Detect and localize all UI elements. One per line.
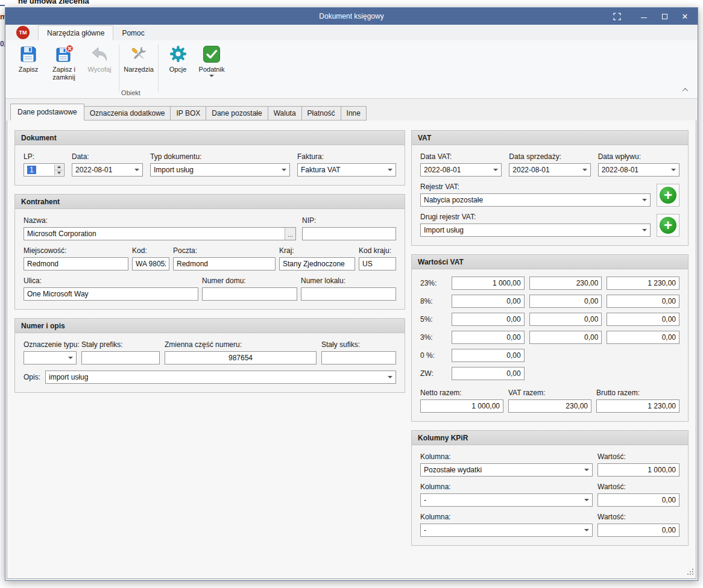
group-dokument-header: Dokument [15, 131, 405, 145]
kolumna-label: Kolumna: [420, 452, 593, 461]
resize-grip[interactable] [686, 569, 693, 576]
fit-window-icon[interactable] [608, 8, 625, 25]
netto-0-input[interactable]: 0,00 [452, 349, 525, 362]
field-zmienna-czesc-numeru: Zmienna część numeru: 987654 [165, 340, 317, 364]
data-sprzedazy-label: Data sprzedaży: [509, 152, 590, 161]
brutto-3-input[interactable]: 0,00 [607, 331, 679, 344]
vat-23-input[interactable]: 230,00 [529, 277, 602, 290]
browse-button[interactable]: ... [285, 228, 295, 240]
numer-lokalu-input[interactable] [301, 287, 396, 301]
brutto-5-input[interactable]: 0,00 [607, 313, 679, 326]
save-and-close-button[interactable]: Zapisz i zamknij [45, 43, 83, 83]
tools-icon [129, 45, 148, 64]
save-button[interactable]: Zapisz [11, 43, 45, 75]
kolumna-label: Kolumna: [420, 483, 593, 491]
netto-23-input[interactable]: 1 000,00 [452, 277, 525, 290]
field-data: Data: 2022-08-01 [72, 152, 143, 177]
numer-domu-input[interactable] [202, 287, 297, 301]
vat-rate-row: 23%: 1 000,00 230,00 1 230,00 [420, 277, 679, 290]
vat-rate-row: 3%: 0,00 0,00 0,00 [420, 331, 679, 344]
tab-dane-pozostale[interactable]: Dane pozostałe [206, 106, 268, 120]
vat-razem-input[interactable]: 230,00 [508, 399, 591, 413]
netto-5-input[interactable]: 0,00 [452, 313, 525, 326]
kod-input[interactable]: WA 98052 [132, 257, 169, 271]
brutto-23-input[interactable]: 1 230,00 [607, 277, 679, 290]
staly-prefiks-input[interactable] [81, 351, 160, 364]
field-rejestr-vat: Rejestr VAT: Nabycia pozostałe [420, 183, 651, 207]
tab-platnosc[interactable]: Płatność [301, 106, 341, 120]
ulica-input[interactable]: One Microsoft Way [24, 287, 198, 301]
netto-razem-input[interactable]: 1 000,00 [420, 399, 503, 413]
oznaczenie-typu-select[interactable] [24, 351, 77, 364]
zmienna-czesc-numeru-input[interactable]: 987654 [165, 351, 317, 364]
tab-dane-podstawowe[interactable]: Dane podstawowe [10, 104, 84, 120]
chevron-down-icon [582, 525, 591, 536]
netto-3-input[interactable]: 0,00 [452, 331, 525, 344]
rate-label: 5%: [420, 315, 447, 324]
drugi-rejestr-vat-select[interactable]: Import usług [420, 224, 651, 237]
kod-kraju-input[interactable]: US [359, 257, 396, 271]
maximize-button[interactable] [654, 8, 675, 25]
data-sprzedazy-select[interactable]: 2022-08-01 [509, 163, 590, 177]
field-lp: LP: 1 [24, 152, 65, 177]
typ-dokumentu-select[interactable]: Import usług [150, 163, 290, 177]
vat-8-input[interactable]: 0,00 [529, 295, 602, 308]
field-staly-sufiks: Stały sufiks: [321, 340, 396, 364]
data-wplywu-select[interactable]: 2022-08-01 [598, 163, 679, 177]
poczta-input[interactable]: Redmond [173, 257, 276, 271]
vat-3-input[interactable]: 0,00 [529, 331, 602, 344]
netto-zw-input[interactable]: 0,00 [452, 367, 525, 380]
brutto-razem-input[interactable]: 1 230,00 [596, 399, 679, 413]
data-vat-select[interactable]: 2022-08-01 [420, 163, 502, 177]
wartosc-2-input[interactable]: 0,00 [597, 493, 679, 507]
app-menu-button[interactable]: TM [16, 26, 30, 39]
chevron-down-icon [385, 164, 395, 175]
field-kolumna-1: Kolumna: Pozostałe wydatki [420, 452, 593, 477]
ribbon-collapse-button[interactable] [681, 86, 689, 93]
ribbon-tab-narzedzia-glowne[interactable]: Narzędzia główne [38, 25, 113, 40]
kolumna-1-select[interactable]: Pozostałe wydatki [420, 463, 593, 477]
taxpayer-button[interactable]: Podatnik [195, 43, 229, 79]
undo-button[interactable]: Wycofaj [83, 43, 116, 75]
kraj-input[interactable]: Stany Zjednoczone [279, 257, 355, 271]
miejscowosc-input[interactable]: Redmond [24, 257, 128, 271]
rate-label: 0 %: [420, 351, 447, 360]
minimize-button[interactable] [634, 8, 654, 25]
plus-icon: + [660, 187, 676, 204]
tab-oznaczenia-dodatkowe[interactable]: Oznaczenia dodatkowe [84, 106, 171, 120]
ulica-label: Ulica: [24, 277, 198, 285]
nazwa-label: Nazwa: [24, 216, 296, 225]
data-select[interactable]: 2022-08-01 [72, 163, 143, 177]
vat-5-input[interactable]: 0,00 [529, 313, 602, 326]
opis-select[interactable]: import usług [45, 371, 396, 384]
lp-spinner[interactable]: 1 [24, 163, 65, 177]
tab-inne[interactable]: Inne [341, 106, 367, 120]
ribbon-separator [158, 45, 159, 92]
screen: ne umowa zlecenia m 02 Dokument księgowy… [0, 0, 703, 588]
nip-input[interactable] [302, 227, 396, 240]
field-brutto-razem: Brutto razem: 1 230,00 [596, 389, 679, 413]
wartosc-1-input[interactable]: 1 000,00 [597, 463, 679, 477]
wartosc-3-input[interactable]: 0,00 [597, 524, 679, 537]
brutto-8-input[interactable]: 0,00 [607, 295, 679, 308]
spinner-buttons[interactable] [54, 164, 63, 175]
kolumna-label: Kolumna: [420, 513, 593, 521]
close-button[interactable]: ✕ [675, 8, 695, 25]
add-drugi-rejestr-button[interactable]: + [657, 214, 679, 237]
netto-8-input[interactable]: 0,00 [452, 295, 525, 308]
rejestr-vat-select[interactable]: Nabycia pozostałe [420, 193, 651, 207]
nazwa-input[interactable]: Microsoft Corporation ... [24, 227, 296, 240]
add-rejestr-button[interactable]: + [657, 184, 679, 207]
save-and-close-button-label: Zapisz i zamknij [46, 66, 81, 81]
kolumna-2-select[interactable]: - [420, 493, 593, 507]
ribbon-tab-pomoc[interactable]: Pomoc [113, 26, 153, 40]
staly-sufiks-input[interactable] [321, 351, 396, 364]
tab-ip-box[interactable]: IP BOX [170, 106, 206, 120]
tools-button[interactable]: Narzędzia [122, 43, 156, 75]
kolumna-3-select[interactable]: - [420, 524, 593, 537]
titlebar[interactable]: Dokument księgowy ✕ [5, 8, 698, 25]
options-button[interactable]: Opcje [161, 43, 195, 75]
data-vat-label: Data VAT: [420, 152, 502, 161]
tab-waluta[interactable]: Waluta [268, 106, 302, 120]
faktura-select[interactable]: Faktura VAT [297, 163, 396, 177]
